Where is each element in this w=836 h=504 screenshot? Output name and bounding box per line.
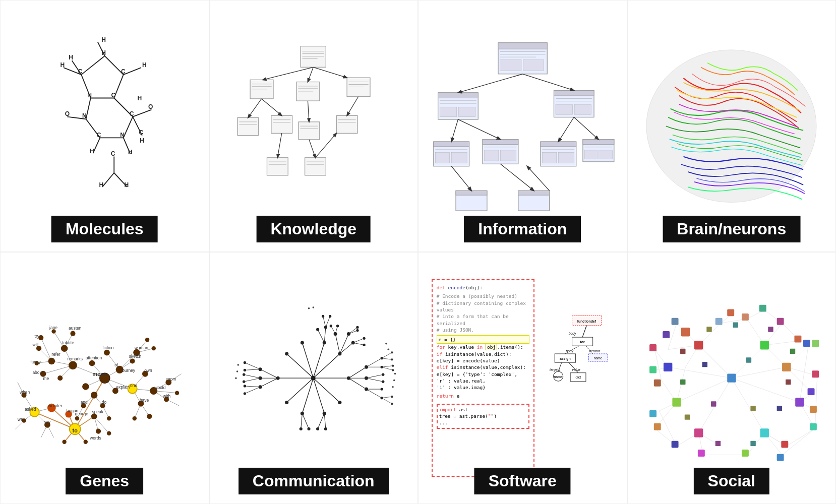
svg-rect-128 bbox=[599, 150, 612, 159]
svg-line-290 bbox=[349, 378, 367, 389]
svg-rect-468 bbox=[760, 341, 768, 349]
svg-rect-58 bbox=[347, 78, 371, 97]
svg-rect-101 bbox=[440, 107, 457, 116]
svg-line-343 bbox=[326, 316, 330, 327]
svg-line-377 bbox=[303, 413, 309, 429]
ast-panel: .ast-node { font-size: 10px; font-family… bbox=[538, 279, 614, 477]
svg-point-332 bbox=[363, 337, 366, 339]
svg-point-291 bbox=[347, 376, 350, 380]
svg-point-232 bbox=[62, 439, 66, 444]
svg-rect-509 bbox=[680, 380, 685, 385]
svg-line-300 bbox=[367, 389, 382, 398]
svg-line-13 bbox=[123, 68, 141, 75]
svg-line-452 bbox=[787, 428, 815, 446]
svg-text:wonder: wonder bbox=[47, 403, 62, 408]
svg-rect-475 bbox=[681, 328, 690, 336]
svg-line-372 bbox=[325, 413, 326, 429]
svg-rect-113 bbox=[451, 152, 467, 163]
svg-rect-68 bbox=[299, 122, 320, 140]
svg-line-376 bbox=[301, 413, 303, 429]
svg-text:H: H bbox=[137, 95, 142, 102]
svg-rect-466 bbox=[727, 373, 736, 382]
svg-rect-112 bbox=[435, 152, 449, 163]
svg-text:C: C bbox=[96, 131, 101, 138]
svg-line-355 bbox=[245, 369, 261, 370]
svg-line-137 bbox=[558, 117, 574, 142]
svg-point-379 bbox=[308, 427, 311, 430]
svg-line-354 bbox=[245, 362, 261, 369]
svg-rect-499 bbox=[727, 309, 734, 316]
svg-point-383 bbox=[388, 348, 390, 350]
svg-line-80 bbox=[263, 67, 314, 80]
svg-line-320 bbox=[340, 343, 353, 354]
svg-point-363 bbox=[243, 380, 246, 383]
svg-text:tribute: tribute bbox=[62, 340, 74, 345]
svg-point-233 bbox=[83, 439, 87, 444]
svg-point-362 bbox=[243, 373, 246, 375]
svg-line-454 bbox=[659, 411, 677, 446]
svg-point-387 bbox=[237, 364, 240, 366]
svg-rect-510 bbox=[680, 349, 685, 354]
svg-point-200 bbox=[90, 392, 97, 398]
svg-point-318 bbox=[391, 403, 393, 405]
svg-text:H: H bbox=[69, 54, 73, 61]
svg-line-321 bbox=[340, 334, 349, 353]
svg-line-322 bbox=[336, 334, 340, 353]
svg-point-388 bbox=[236, 370, 238, 372]
svg-rect-489 bbox=[777, 454, 784, 461]
svg-point-381 bbox=[393, 380, 395, 382]
svg-rect-62 bbox=[237, 117, 259, 135]
svg-point-237 bbox=[147, 414, 152, 419]
svg-text:remarks: remarks bbox=[67, 356, 82, 361]
svg-point-228 bbox=[106, 431, 110, 435]
svg-point-364 bbox=[244, 385, 246, 387]
svg-point-370 bbox=[301, 341, 304, 344]
cell-molecules: .atom { font-size: 13px; font-family: Ar… bbox=[0, 0, 209, 252]
cell-genes: .node-label { font-size: 10px; font-fami… bbox=[0, 252, 209, 504]
svg-text:H: H bbox=[99, 181, 103, 188]
svg-line-350 bbox=[261, 378, 278, 387]
svg-rect-490 bbox=[742, 450, 749, 457]
svg-text:have: have bbox=[139, 397, 149, 402]
communication-diagram bbox=[225, 275, 402, 481]
svg-line-86 bbox=[347, 97, 359, 116]
svg-text:attention: attention bbox=[85, 355, 102, 360]
svg-rect-513 bbox=[711, 401, 716, 406]
svg-text:C: C bbox=[78, 68, 82, 75]
svg-line-85 bbox=[308, 101, 310, 122]
svg-line-316 bbox=[382, 398, 392, 403]
svg-point-345 bbox=[329, 315, 331, 318]
svg-point-201 bbox=[89, 360, 95, 366]
svg-rect-480 bbox=[777, 318, 784, 325]
svg-line-295 bbox=[367, 358, 382, 367]
svg-point-313 bbox=[392, 364, 394, 366]
svg-rect-122 bbox=[542, 152, 556, 163]
information-diagram bbox=[429, 23, 616, 229]
svg-rect-512 bbox=[746, 357, 751, 362]
svg-line-357 bbox=[244, 378, 260, 382]
cell-brain: Brain/neurons bbox=[627, 0, 837, 252]
svg-rect-104 bbox=[554, 90, 594, 96]
svg-rect-102 bbox=[458, 107, 475, 116]
svg-rect-110 bbox=[433, 142, 469, 147]
svg-line-310 bbox=[382, 367, 393, 370]
brain-diagram bbox=[640, 23, 823, 229]
svg-text:body: body bbox=[569, 332, 576, 336]
svg-rect-470 bbox=[795, 398, 804, 406]
main-grid: .atom { font-size: 13px; font-family: Ar… bbox=[0, 0, 836, 504]
svg-point-209 bbox=[57, 375, 63, 381]
svg-line-141 bbox=[527, 166, 549, 191]
svg-point-385 bbox=[313, 306, 315, 308]
knowledge-diagram bbox=[225, 23, 402, 229]
svg-text:assign: assign bbox=[560, 357, 571, 361]
svg-text:fiction: fiction bbox=[102, 345, 113, 350]
svg-line-298 bbox=[367, 378, 383, 382]
svg-text:C: C bbox=[110, 150, 115, 157]
svg-text:functiondef: functiondef bbox=[577, 320, 596, 323]
svg-text:name: name bbox=[554, 375, 563, 379]
svg-rect-514 bbox=[750, 406, 755, 411]
svg-line-0 bbox=[104, 56, 123, 75]
brain-label: Brain/neurons bbox=[663, 216, 800, 242]
svg-point-314 bbox=[392, 369, 394, 371]
svg-line-308 bbox=[382, 358, 392, 360]
